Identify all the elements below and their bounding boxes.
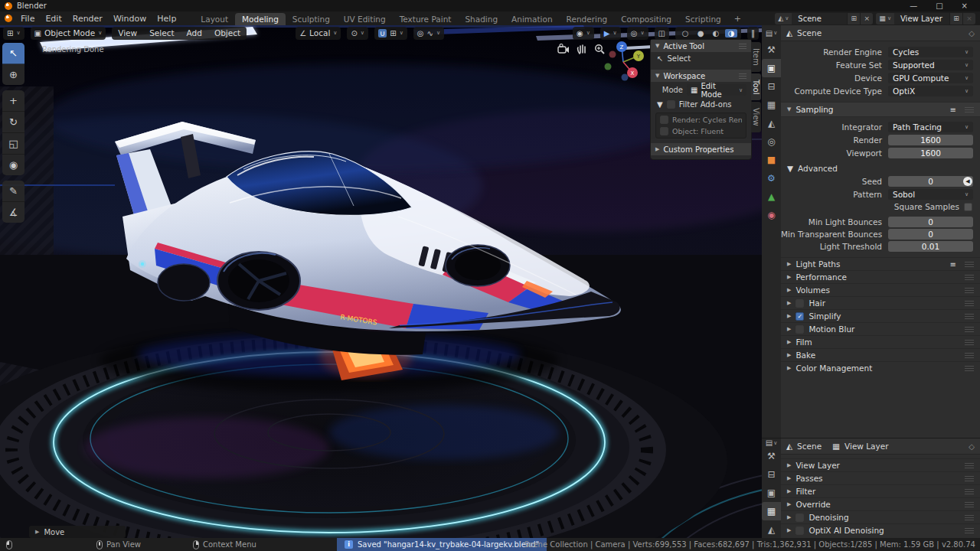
square-samples-checkbox[interactable] <box>964 203 972 211</box>
collapsed-panel[interactable]: ▶ OptiX AI Denoising <box>781 523 980 536</box>
panel-checkbox[interactable] <box>795 514 804 522</box>
viewport-menu-item[interactable]: Select <box>145 28 178 37</box>
drag-grip-icon[interactable] <box>965 463 974 468</box>
drag-grip-icon[interactable] <box>965 340 974 345</box>
workspace-tab[interactable]: Layout <box>194 13 235 25</box>
new-view-layer-button[interactable]: ⊞ <box>949 13 962 24</box>
properties-tab[interactable]: ⚒ <box>762 41 781 59</box>
filter-addons-checkbox[interactable] <box>667 100 675 109</box>
editor-type-button[interactable]: ▤ ∨ <box>762 25 781 41</box>
menu-item[interactable]: Help <box>152 13 181 24</box>
editor-type-button[interactable]: ▤ ∨ <box>762 439 781 447</box>
blender-menu-icon[interactable] <box>5 15 12 22</box>
drag-grip-icon[interactable] <box>965 366 974 371</box>
properties-tab[interactable]: ▣ <box>762 59 781 77</box>
collapsed-panel[interactable]: ▶ Override <box>781 497 980 510</box>
shading-mode-button[interactable]: ● <box>694 29 707 37</box>
drag-grip-icon[interactable] <box>965 515 974 520</box>
drag-grip-icon[interactable] <box>965 288 974 293</box>
pause-render-button[interactable]: ‖ <box>747 27 759 40</box>
menu-item[interactable]: Render <box>67 13 108 24</box>
properties-tab[interactable]: ■ <box>762 151 781 169</box>
property-dropdown[interactable]: OptiX ∨ <box>888 86 973 96</box>
collapsed-panel[interactable]: ▶ Bake <box>781 348 980 361</box>
property-dropdown[interactable]: Cycles ∨ <box>888 47 973 57</box>
addon-item[interactable]: Object: Fluent <box>660 127 742 135</box>
collapsed-panel[interactable]: ▶ Hair <box>781 296 980 309</box>
minimize-button[interactable]: — <box>910 2 917 10</box>
proportional-edit-icon[interactable]: ◎ <box>417 29 424 37</box>
sampling-panel-header[interactable]: ▼ Sampling ≡ <box>781 102 980 117</box>
drag-grip-icon[interactable] <box>739 44 746 49</box>
collapsed-panel[interactable]: ▶ Performance <box>781 270 980 283</box>
transform-orientation-dropdown[interactable]: ∠ Local ∨ <box>296 27 341 40</box>
advanced-subpanel-header[interactable]: ▼ Advanced <box>781 162 980 174</box>
workspace-tab[interactable]: Texture Paint <box>393 13 459 25</box>
addon-checkbox[interactable] <box>660 127 668 135</box>
sidebar-tab[interactable]: Item <box>751 42 761 72</box>
workspace-tab[interactable]: Modeling <box>235 13 286 25</box>
shading-mode-button[interactable]: ◑ <box>725 29 737 37</box>
properties-tab[interactable]: ▲ <box>762 187 781 206</box>
tool-button[interactable]: + <box>2 90 24 112</box>
viewport-canvas[interactable]: R-MOTORS <box>0 25 762 538</box>
drag-grip-icon[interactable] <box>965 327 974 332</box>
properties-tab[interactable]: ◭ <box>762 114 781 132</box>
tool-button[interactable]: ◉ <box>2 155 24 175</box>
panel-checkbox[interactable] <box>795 299 804 308</box>
presets-icon[interactable]: ≡ <box>950 260 956 269</box>
properties-tab[interactable]: ▣ <box>762 484 781 502</box>
pattern-dropdown[interactable]: Sobol ∨ <box>888 189 973 200</box>
drag-grip-icon[interactable] <box>965 502 974 507</box>
breadcrumb-view-layer[interactable]: View Layer <box>844 442 889 451</box>
shading-mode-button[interactable]: ◐ <box>710 29 722 37</box>
property-dropdown[interactable]: GPU Compute ∨ <box>888 73 973 83</box>
breadcrumb[interactable]: Scene <box>797 28 822 37</box>
property-slider[interactable]: 0 <box>888 229 973 240</box>
workspace-tab[interactable]: Shading <box>458 13 505 25</box>
seed-animate-button[interactable]: ◀ <box>963 177 972 186</box>
delete-scene-button[interactable]: × <box>860 13 873 24</box>
integrator-dropdown[interactable]: Path Tracing ∨ <box>888 122 973 132</box>
active-tool-select[interactable]: ↖ Select <box>651 52 751 65</box>
breadcrumb-scene[interactable]: Scene <box>797 442 822 451</box>
tool-button[interactable]: ∡ <box>2 202 24 223</box>
properties-tab[interactable]: ⚙ <box>762 169 781 187</box>
add-workspace-button[interactable]: + <box>728 12 747 25</box>
shading-mode-button[interactable]: ○ <box>679 29 691 37</box>
collapsed-panel[interactable]: ▶ Passes <box>781 471 980 484</box>
axis-navigation-gizmo[interactable]: Z Y X <box>602 37 651 86</box>
collapsed-panel[interactable]: ▶ Volumes <box>781 283 980 296</box>
new-scene-button[interactable]: ⊞ <box>847 13 860 24</box>
drag-grip-icon[interactable] <box>965 353 974 358</box>
view-layer-name[interactable]: View Layer <box>894 15 949 23</box>
viewport-menu-item[interactable]: Add <box>182 28 207 37</box>
workspace-tab[interactable]: Compositing <box>614 13 678 25</box>
workspace-tab[interactable]: Animation <box>505 13 560 25</box>
property-slider[interactable]: 0.01 <box>888 241 973 252</box>
collapsed-panel[interactable]: ▶ Denoising <box>781 510 980 523</box>
filter-addons-row[interactable]: ▼ Filter Add-ons <box>651 98 751 111</box>
workspace-mode-dropdown[interactable]: ▦ Edit Mode ∨ <box>687 84 746 96</box>
panel-checkbox[interactable] <box>795 527 804 535</box>
tool-button[interactable]: ✎ <box>2 181 24 202</box>
drag-grip-icon[interactable] <box>965 314 974 319</box>
drag-grip-icon[interactable] <box>965 262 974 267</box>
collapsed-panel[interactable]: ▶ Film <box>781 335 980 348</box>
drag-grip-icon[interactable] <box>965 528 974 533</box>
object-visibility-dropdown[interactable]: ◉ ∨ <box>573 27 594 40</box>
collapsed-panel[interactable]: ▶ View Layer <box>781 458 980 471</box>
editor-type-button[interactable]: ⊞ ∨ <box>3 27 24 40</box>
property-slider[interactable]: 0 <box>888 217 973 227</box>
properties-tab[interactable]: ⊟ <box>762 465 781 484</box>
magnet-icon[interactable]: ∪ <box>378 29 387 37</box>
seed-field[interactable]: 0 ◀ <box>888 176 973 187</box>
collapsed-panel[interactable]: ▶ Filter <box>781 484 980 497</box>
workspace-tab[interactable]: Rendering <box>560 13 615 25</box>
tool-button[interactable]: ↖ <box>2 43 24 64</box>
menu-item[interactable]: Edit <box>40 13 67 24</box>
collapsed-panel[interactable]: ▶ ✓ Simplify <box>781 309 980 322</box>
sidebar-tab[interactable]: View <box>751 102 761 132</box>
menu-item[interactable]: Window <box>108 13 152 24</box>
drag-grip-icon[interactable] <box>965 107 974 112</box>
